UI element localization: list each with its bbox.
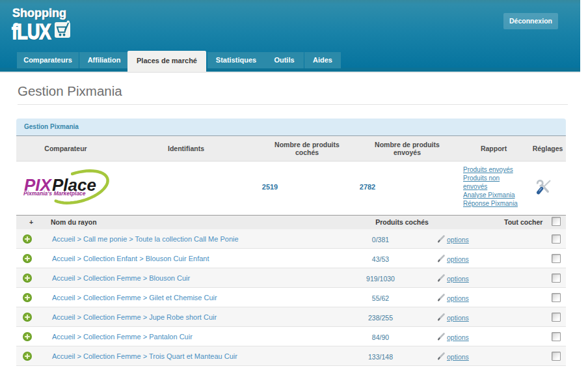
svg-text:Pixmania's Marketplace: Pixmania's Marketplace [23, 190, 86, 197]
